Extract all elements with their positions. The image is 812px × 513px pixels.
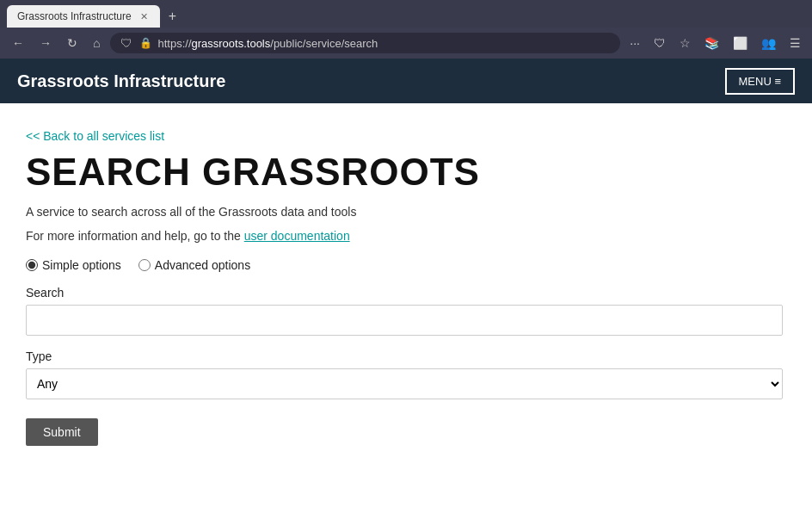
options-radio-group: Simple options Advanced options (26, 258, 783, 272)
more-options-icon[interactable]: ··· (625, 34, 644, 53)
lock-icon: 🔒 (139, 37, 152, 49)
menu-button[interactable]: MENU ≡ (725, 68, 795, 95)
address-bar[interactable]: 🛡 🔒 https://grassroots.tools/public/serv… (110, 33, 620, 53)
extensions-icon[interactable]: 👥 (757, 34, 780, 53)
active-tab[interactable]: Grassroots Infrastructure ✕ (7, 5, 160, 28)
url-display: https://grassroots.tools/public/service/… (157, 37, 610, 50)
advanced-options-text: Advanced options (155, 258, 250, 272)
back-button[interactable]: ← (7, 34, 29, 53)
simple-options-label[interactable]: Simple options (26, 258, 121, 272)
help-text-before: For more information and help, go to the (26, 229, 244, 243)
url-scheme: https:// (157, 37, 191, 50)
reading-list-icon[interactable]: 📚 (700, 34, 723, 53)
toolbar-right: ··· 🛡 ☆ 📚 ⬜ 👥 ☰ (625, 34, 805, 53)
forward-button[interactable]: → (34, 34, 57, 53)
tab-title: Grassroots Infrastructure (17, 10, 132, 22)
url-domain: grassroots.tools (192, 37, 271, 50)
type-select[interactable]: Any (26, 368, 783, 399)
back-to-services-link[interactable]: << Back to all services list (26, 129, 164, 143)
shield-icon: 🛡 (120, 36, 132, 50)
help-text: For more information and help, go to the… (26, 229, 783, 243)
search-input[interactable] (26, 305, 783, 336)
type-form-group: Type Any (26, 349, 783, 399)
tab-close-icon[interactable]: ✕ (138, 11, 150, 22)
submit-button[interactable]: Submit (26, 418, 98, 446)
home-button[interactable]: ⌂ (88, 34, 105, 53)
pocket-icon[interactable]: 🛡 (649, 34, 670, 53)
search-form-group: Search (26, 286, 783, 336)
browser-toolbar: ← → ↻ ⌂ 🛡 🔒 https://grassroots.tools/pub… (0, 28, 812, 59)
subtitle-text: A service to search across all of the Gr… (26, 205, 783, 219)
app-header: Grassroots Infrastructure MENU ≡ (0, 59, 812, 103)
app-title: Grassroots Infrastructure (17, 71, 225, 91)
reader-view-icon[interactable]: ⬜ (729, 34, 752, 53)
new-tab-button[interactable]: + (162, 5, 183, 28)
bookmark-icon[interactable]: ☆ (675, 34, 695, 53)
search-label: Search (26, 286, 783, 300)
user-documentation-link[interactable]: user documentation (244, 229, 350, 243)
url-path: /public/service/search (270, 37, 378, 50)
advanced-options-label[interactable]: Advanced options (138, 258, 250, 272)
browser-chrome: Grassroots Infrastructure ✕ + ← → ↻ ⌂ 🛡 … (0, 0, 812, 59)
main-content: << Back to all services list SEARCH GRAS… (0, 103, 809, 472)
hamburger-menu-icon[interactable]: ☰ (785, 34, 805, 53)
reload-button[interactable]: ↻ (62, 34, 83, 53)
simple-options-text: Simple options (42, 258, 121, 272)
page-title: SEARCH GRASSROOTS (26, 151, 783, 193)
simple-options-radio[interactable] (26, 259, 38, 271)
type-label: Type (26, 349, 783, 363)
advanced-options-radio[interactable] (138, 259, 151, 271)
tab-bar: Grassroots Infrastructure ✕ + (0, 0, 812, 28)
